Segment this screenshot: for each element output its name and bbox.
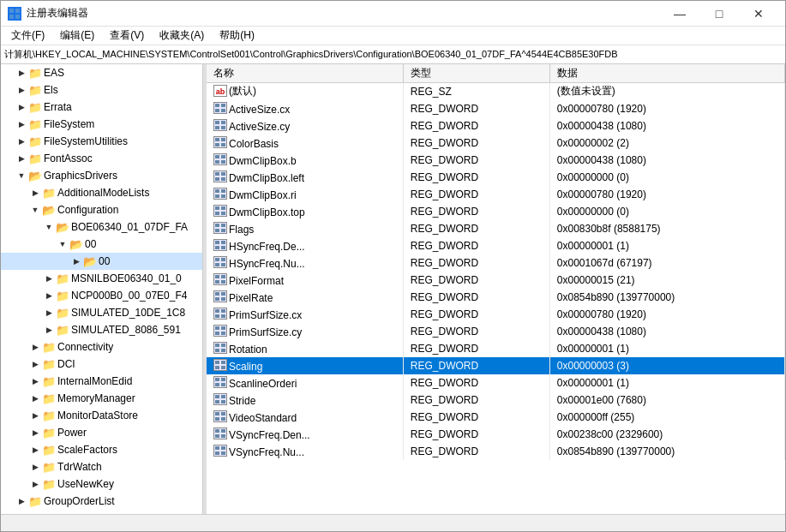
tree-item-label: SIMULATED_8086_591 — [71, 324, 181, 336]
table-row[interactable]: VideoStandardREG_DWORD0x000000ff (255) — [207, 409, 785, 426]
tree-expand-icon: ▶ — [28, 411, 42, 420]
registry-name-text: VSyncFreq.Den... — [229, 429, 310, 441]
tree-item[interactable]: ▶📁Connectivity — [1, 338, 202, 356]
menu-bar: 文件(F)编辑(E)查看(V)收藏夹(A)帮助(H) — [1, 27, 785, 45]
reg-dword-icon — [213, 429, 229, 441]
svg-rect-6 — [215, 109, 219, 112]
svg-rect-41 — [221, 258, 225, 261]
tree-item[interactable]: ▼📂Configuration — [1, 201, 202, 218]
table-row[interactable]: FlagsREG_DWORD0x00830b8f (8588175) — [207, 220, 785, 237]
values-pane[interactable]: 名称 类型 数据 ab(默认)REG_SZ(数值未设置)ActiveSize.c… — [207, 64, 785, 514]
table-row[interactable]: PixelRateREG_DWORD0x0854b890 (139770000) — [207, 289, 785, 306]
tree-item[interactable]: ▶📁DCI — [1, 356, 202, 373]
table-row[interactable]: RotationREG_DWORD0x00000001 (1) — [207, 340, 785, 357]
tree-item-label: Configuration — [57, 204, 118, 216]
tree-item[interactable]: ▶📁FileSystemUtilities — [1, 133, 202, 150]
registry-name-text: PrimSurfSize.cy — [229, 326, 302, 338]
tree-item[interactable]: ▶📁Power — [1, 424, 202, 441]
folder-icon: 📁 — [42, 341, 56, 354]
tree-expand-icon: ▼ — [42, 223, 56, 231]
menu-item[interactable]: 编辑(E) — [53, 27, 101, 45]
svg-rect-16 — [215, 155, 219, 158]
table-row[interactable]: ScanlineOrderiREG_DWORD0x00000001 (1) — [207, 374, 785, 392]
tree-item[interactable]: ▼📂GraphicsDrivers — [1, 167, 202, 184]
table-row[interactable]: DwmClipBox.topREG_DWORD0x00000000 (0) — [207, 203, 785, 220]
svg-rect-5 — [221, 104, 225, 107]
table-row[interactable]: HSyncFreq.Nu...REG_DWORD0x0001067d (6719… — [207, 254, 785, 272]
tree-item[interactable]: ▶📁Els — [1, 81, 202, 99]
registry-type-cell: REG_DWORD — [403, 272, 549, 289]
tree-item[interactable]: ▶📁FontAssoc — [1, 150, 202, 167]
menu-item[interactable]: 帮助(H) — [213, 27, 261, 45]
table-row[interactable]: PixelFormatREG_DWORD0x00000015 (21) — [207, 272, 785, 289]
table-row[interactable]: StrideREG_DWORD0x00001e00 (7680) — [207, 392, 785, 409]
reg-dword-icon — [213, 121, 229, 133]
registry-type-cell: REG_DWORD — [403, 392, 549, 409]
table-row[interactable]: VSyncFreq.Den...REG_DWORD0x00238c00 (232… — [207, 426, 785, 443]
registry-name-cell: Scaling — [207, 357, 403, 374]
registry-name-cell: HSyncFreq.De... — [207, 237, 403, 254]
tree-item[interactable]: ▶📁ScaleFactors — [1, 441, 202, 458]
svg-rect-76 — [215, 412, 219, 415]
tree-item[interactable]: ▶📂00 — [1, 253, 202, 270]
svg-rect-51 — [221, 297, 225, 301]
svg-rect-45 — [221, 275, 225, 278]
tree-item[interactable]: ▶📁AdditionalModeLists — [1, 184, 202, 201]
registry-name-cell: PrimSurfSize.cy — [207, 323, 403, 340]
close-button[interactable]: ✕ — [739, 1, 778, 27]
tree-item[interactable]: ▶📁MemoryManager — [1, 390, 202, 407]
tree-item[interactable]: ▼📂00 — [1, 236, 202, 253]
table-row[interactable]: VSyncFreq.Nu...REG_DWORD0x0854b890 (1397… — [207, 443, 785, 460]
maximize-button[interactable]: □ — [699, 1, 739, 27]
registry-name-cell: ActiveSize.cy — [207, 117, 403, 134]
svg-rect-48 — [215, 292, 219, 296]
tree-item[interactable]: ▶📁InternalMonEdid — [1, 373, 202, 390]
svg-rect-22 — [215, 177, 219, 181]
tree-item[interactable]: ▶📁UseNewKey — [1, 475, 202, 493]
table-row[interactable]: DwmClipBox.riREG_DWORD0x00000780 (1920) — [207, 186, 785, 203]
menu-item[interactable]: 文件(F) — [4, 27, 51, 45]
table-row[interactable]: DwmClipBox.bREG_DWORD0x00000438 (1080) — [207, 152, 785, 169]
svg-rect-9 — [221, 121, 225, 124]
registry-data-cell: 0x00001e00 (7680) — [549, 392, 784, 409]
tree-item[interactable]: ▶📁EAS — [1, 64, 202, 81]
tree-expand-icon: ▶ — [28, 188, 42, 197]
svg-rect-64 — [215, 361, 219, 364]
table-row[interactable]: ColorBasisREG_DWORD0x00000002 (2) — [207, 134, 785, 152]
tree-pane[interactable]: ▶📁EAS▶📁Els▶📁Errata▶📁FileSystem▶📁FileSyst… — [1, 64, 203, 514]
registry-data-cell: 0x00000001 (1) — [549, 237, 784, 254]
svg-rect-17 — [221, 155, 225, 158]
svg-rect-23 — [221, 177, 225, 181]
tree-item[interactable]: ▶📁FileSystem — [1, 116, 202, 133]
folder-icon: 📁 — [28, 67, 42, 80]
tree-item[interactable]: ▶📁MSNILBOE06340_01_0 — [1, 270, 202, 287]
registry-name-cell: VSyncFreq.Nu... — [207, 443, 403, 460]
table-row[interactable]: ActiveSize.cxREG_DWORD0x00000780 (1920) — [207, 100, 785, 117]
table-row[interactable]: DwmClipBox.leftREG_DWORD0x00000000 (0) — [207, 169, 785, 186]
table-row[interactable]: ScalingREG_DWORD0x00000003 (3) — [207, 357, 785, 374]
menu-item[interactable]: 收藏夹(A) — [153, 27, 211, 45]
svg-rect-40 — [215, 258, 219, 261]
tree-item[interactable]: ▶📁SIMULATED_10DE_1C8 — [1, 304, 202, 321]
svg-rect-3 — [15, 15, 20, 19]
folder-icon: 📁 — [42, 358, 56, 371]
tree-item[interactable]: ▶📁Errata — [1, 99, 202, 116]
registry-data-cell: 0x00000001 (1) — [549, 374, 784, 392]
tree-item[interactable]: ▶📁MonitorDataStore — [1, 407, 202, 424]
registry-type-cell: REG_DWORD — [403, 152, 549, 169]
tree-item[interactable]: ▶📁GroupOrderList — [1, 493, 202, 510]
menu-item[interactable]: 查看(V) — [103, 27, 151, 45]
folder-icon: 📁 — [28, 135, 42, 148]
tree-item[interactable]: ▶📁SIMULATED_8086_591 — [1, 321, 202, 338]
svg-rect-75 — [221, 400, 225, 403]
minimize-button[interactable]: — — [660, 1, 699, 27]
table-row[interactable]: HSyncFreq.De...REG_DWORD0x00000001 (1) — [207, 237, 785, 254]
folder-icon: 📁 — [56, 307, 69, 320]
tree-item[interactable]: ▼📂BOE06340_01_07DF_FA — [1, 218, 202, 236]
table-row[interactable]: ab(默认)REG_SZ(数值未设置) — [207, 83, 785, 100]
table-row[interactable]: ActiveSize.cyREG_DWORD0x00000438 (1080) — [207, 117, 785, 134]
tree-item[interactable]: ▶📁NCP000B0_00_07E0_F4 — [1, 287, 202, 304]
tree-item[interactable]: ▶📁TdrWatch — [1, 458, 202, 475]
table-row[interactable]: PrimSurfSize.cyREG_DWORD0x00000438 (1080… — [207, 323, 785, 340]
table-row[interactable]: PrimSurfSize.cxREG_DWORD0x00000780 (1920… — [207, 306, 785, 323]
